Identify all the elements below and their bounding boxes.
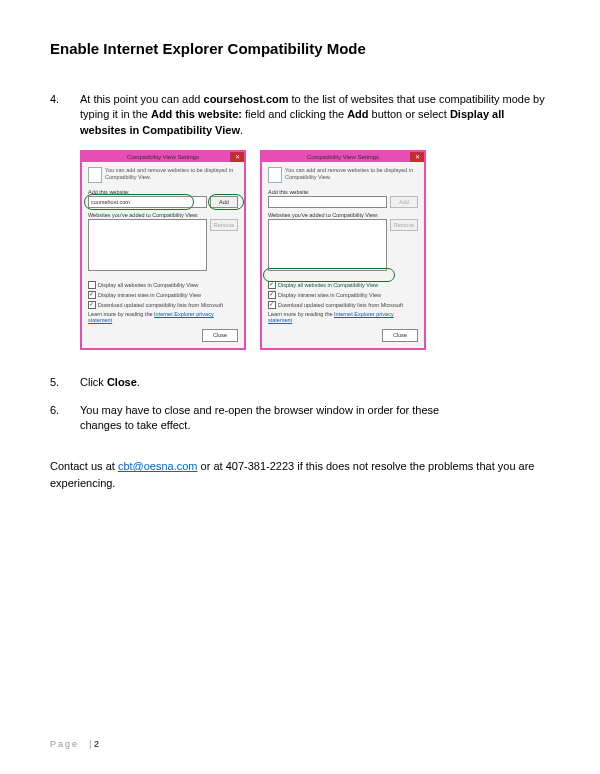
- contact-email-link[interactable]: cbt@oesna.com: [118, 460, 198, 472]
- step-4: 4. At this point you can add coursehost.…: [50, 92, 550, 138]
- chk-download[interactable]: Download updated compatibility lists fro…: [268, 301, 418, 309]
- page-title: Enable Internet Explorer Compatibility M…: [50, 40, 550, 57]
- step-6: 6. You may have to close and re-open the…: [50, 403, 550, 434]
- add-website-input[interactable]: coursehost.com: [88, 196, 207, 208]
- step-4-body: At this point you can add coursehost.com…: [80, 92, 550, 138]
- list-label: Websites you've added to Compatibility V…: [268, 212, 418, 218]
- add-button[interactable]: Add: [210, 196, 238, 208]
- close-icon[interactable]: ✕: [230, 152, 244, 162]
- add-website-label: Add this website:: [268, 189, 418, 195]
- page-footer: Page | 2: [50, 739, 99, 749]
- step-5: 5. Click Close.: [50, 375, 550, 390]
- step-4-number: 4.: [50, 92, 80, 138]
- close-button[interactable]: Close: [382, 329, 418, 342]
- chk-display-all[interactable]: Display all websites in Compatibility Vi…: [88, 281, 238, 289]
- remove-button: Remove: [390, 219, 418, 231]
- list-label: Websites you've added to Compatibility V…: [88, 212, 238, 218]
- step-6-number: 6.: [50, 403, 80, 434]
- close-button[interactable]: Close: [202, 329, 238, 342]
- contact-info: Contact us at cbt@oesna.com or at 407-38…: [50, 458, 550, 491]
- remove-button: Remove: [210, 219, 238, 231]
- add-button: Add: [390, 196, 418, 208]
- ie-compat-dialog-2: Compatibility View Settings ✕ You can ad…: [260, 150, 426, 350]
- chk-intranet[interactable]: Display intranet sites in Compatibility …: [88, 291, 238, 299]
- dialog-intro: You can add and remove websites to be di…: [105, 167, 238, 180]
- websites-listbox[interactable]: [88, 219, 207, 271]
- websites-listbox[interactable]: [268, 219, 387, 271]
- step-6-body: You may have to close and re-open the br…: [80, 403, 440, 434]
- dialog-titlebar: Compatibility View Settings ✕: [82, 152, 244, 162]
- close-icon[interactable]: ✕: [410, 152, 424, 162]
- dialog-screenshots: Compatibility View Settings ✕ You can ad…: [80, 150, 550, 350]
- chk-intranet[interactable]: Display intranet sites in Compatibility …: [268, 291, 418, 299]
- dialog-intro: You can add and remove websites to be di…: [285, 167, 418, 180]
- chk-download[interactable]: Download updated compatibility lists fro…: [88, 301, 238, 309]
- add-website-label: Add this website:: [88, 189, 238, 195]
- step-5-number: 5.: [50, 375, 80, 390]
- compat-icon: [268, 167, 282, 183]
- dialog-titlebar: Compatibility View Settings ✕: [262, 152, 424, 162]
- chk-display-all[interactable]: Display all websites in Compatibility Vi…: [268, 281, 418, 289]
- step-5-body: Click Close.: [80, 375, 550, 390]
- ie-compat-dialog-1: Compatibility View Settings ✕ You can ad…: [80, 150, 246, 350]
- add-website-input[interactable]: [268, 196, 387, 208]
- compat-icon: [88, 167, 102, 183]
